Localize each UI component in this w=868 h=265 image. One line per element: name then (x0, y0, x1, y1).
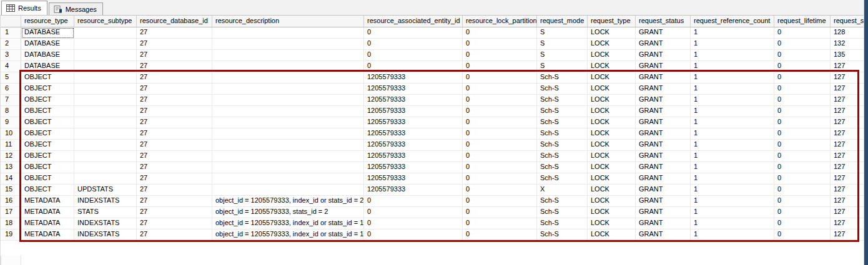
cell-resource_subtype[interactable]: INDEXSTATS (74, 196, 137, 207)
cell-request_mode[interactable]: Sch-S (537, 173, 588, 185)
cell-request_status[interactable]: GRANT (636, 196, 691, 207)
cell-request_type[interactable]: LOCK (588, 151, 636, 162)
cell-resource_type[interactable]: DATABASE (21, 61, 74, 72)
cell-request_lifetime[interactable]: 0 (774, 173, 831, 185)
cell-request_type[interactable]: LOCK (588, 128, 636, 140)
cell-request_status[interactable]: GRANT (636, 61, 691, 72)
cell-request_s[interactable]: 127 (831, 117, 864, 128)
cell-resource_type[interactable]: OBJECT (21, 106, 74, 117)
cell-resource_type[interactable]: OBJECT (21, 185, 74, 196)
row-header-18[interactable]: 18 (1, 218, 21, 229)
cell-resource_subtype[interactable] (74, 173, 137, 185)
cell-resource_subtype[interactable] (74, 61, 137, 72)
cell-request_s[interactable]: 127 (831, 140, 864, 151)
cell-request_mode[interactable]: Sch-S (537, 218, 588, 229)
cell-resource_associated_entity_id[interactable]: 0 (364, 50, 463, 61)
cell-resource_lock_partition[interactable]: 0 (463, 27, 537, 39)
column-header-resource_description[interactable]: resource_description (212, 16, 364, 27)
cell-resource_associated_entity_id[interactable]: 1205579333 (364, 95, 463, 106)
tab-results[interactable]: Results (1, 1, 47, 15)
cell-resource_description[interactable] (212, 151, 364, 162)
cell-request_lifetime[interactable]: 0 (774, 117, 831, 128)
cell-request_lifetime[interactable]: 0 (774, 27, 831, 39)
cell-resource_type[interactable]: OBJECT (21, 84, 74, 95)
cell-request_status[interactable]: GRANT (636, 151, 691, 162)
cell-resource_type[interactable]: DATABASE (21, 39, 74, 50)
cell-resource_subtype[interactable]: INDEXSTATS (74, 229, 137, 241)
cell-request_mode[interactable]: Sch-S (537, 106, 588, 117)
cell-request_reference_count[interactable]: 1 (691, 117, 774, 128)
cell-request_type[interactable]: LOCK (588, 173, 636, 185)
cell-request_mode[interactable]: Sch-S (537, 84, 588, 95)
cell-request_mode[interactable]: Sch-S (537, 72, 588, 84)
cell-resource_database_id[interactable]: 27 (137, 151, 212, 162)
cell-request_type[interactable]: LOCK (588, 39, 636, 50)
cell-request_type[interactable]: LOCK (588, 84, 636, 95)
cell-request_reference_count[interactable]: 1 (691, 207, 774, 218)
cell-request_type[interactable]: LOCK (588, 72, 636, 84)
cell-request_s[interactable]: 128 (831, 27, 864, 39)
cell-request_s[interactable]: 127 (831, 95, 864, 106)
cell-request_reference_count[interactable]: 1 (691, 39, 774, 50)
row-header-11[interactable]: 11 (1, 140, 21, 151)
cell-resource_description[interactable] (212, 128, 364, 140)
cell-resource_subtype[interactable] (74, 72, 137, 84)
cell-request_mode[interactable]: Sch-S (537, 95, 588, 106)
cell-request_status[interactable]: GRANT (636, 27, 691, 39)
cell-request_mode[interactable]: S (537, 50, 588, 61)
cell-resource_type[interactable]: OBJECT (21, 173, 74, 185)
cell-request_type[interactable]: LOCK (588, 27, 636, 39)
row-header-4[interactable]: 4 (1, 61, 21, 72)
column-header-resource_type[interactable]: resource_type (21, 16, 74, 27)
cell-resource_description[interactable]: object_id = 1205579333, index_id or stat… (212, 229, 364, 241)
cell-request_status[interactable]: GRANT (636, 218, 691, 229)
cell-resource_subtype[interactable]: STATS (74, 207, 137, 218)
cell-resource_subtype[interactable] (74, 50, 137, 61)
cell-resource_associated_entity_id[interactable]: 1205579333 (364, 151, 463, 162)
cell-request_lifetime[interactable]: 0 (774, 140, 831, 151)
cell-resource_subtype[interactable] (74, 162, 137, 173)
cell-resource_database_id[interactable]: 27 (137, 50, 212, 61)
row-header-16[interactable]: 16 (1, 196, 21, 207)
cell-resource_subtype[interactable] (74, 95, 137, 106)
cell-resource_lock_partition[interactable]: 0 (463, 128, 537, 140)
cell-request_reference_count[interactable]: 1 (691, 72, 774, 84)
cell-request_type[interactable]: LOCK (588, 218, 636, 229)
cell-request_mode[interactable]: Sch-S (537, 128, 588, 140)
cell-request_lifetime[interactable]: 0 (774, 61, 831, 72)
cell-request_reference_count[interactable]: 1 (691, 140, 774, 151)
cell-request_reference_count[interactable]: 1 (691, 229, 774, 241)
cell-resource_subtype[interactable] (74, 27, 137, 39)
cell-request_mode[interactable]: Sch-S (537, 207, 588, 218)
cell-request_lifetime[interactable]: 0 (774, 162, 831, 173)
cell-request_mode[interactable]: Sch-S (537, 140, 588, 151)
cell-resource_associated_entity_id[interactable]: 1205579333 (364, 84, 463, 95)
cell-resource_subtype[interactable] (74, 84, 137, 95)
cell-resource_subtype[interactable] (74, 151, 137, 162)
cell-resource_associated_entity_id[interactable]: 0 (364, 218, 463, 229)
cell-request_s[interactable]: 127 (831, 229, 864, 241)
cell-request_lifetime[interactable]: 0 (774, 72, 831, 84)
cell-request_s[interactable]: 127 (831, 185, 864, 196)
cell-resource_database_id[interactable]: 27 (137, 218, 212, 229)
cell-resource_type[interactable]: OBJECT (21, 117, 74, 128)
cell-request_lifetime[interactable]: 0 (774, 84, 831, 95)
cell-request_reference_count[interactable]: 1 (691, 84, 774, 95)
cell-resource_subtype[interactable] (74, 128, 137, 140)
cell-resource_database_id[interactable]: 27 (137, 185, 212, 196)
cell-request_status[interactable]: GRANT (636, 72, 691, 84)
cell-resource_description[interactable] (212, 117, 364, 128)
cell-resource_subtype[interactable] (74, 106, 137, 117)
cell-resource_associated_entity_id[interactable]: 0 (364, 39, 463, 50)
cell-resource_type[interactable]: METADATA (21, 229, 74, 241)
cell-request_reference_count[interactable]: 1 (691, 151, 774, 162)
cell-resource_associated_entity_id[interactable]: 1205579333 (364, 162, 463, 173)
cell-request_status[interactable]: GRANT (636, 128, 691, 140)
cell-resource_associated_entity_id[interactable]: 1205579333 (364, 185, 463, 196)
cell-resource_lock_partition[interactable]: 0 (463, 117, 537, 128)
cell-request_reference_count[interactable]: 1 (691, 95, 774, 106)
cell-request_s[interactable]: 127 (831, 106, 864, 117)
cell-resource_lock_partition[interactable]: 0 (463, 218, 537, 229)
cell-resource_subtype[interactable] (74, 117, 137, 128)
cell-resource_type[interactable]: METADATA (21, 218, 74, 229)
